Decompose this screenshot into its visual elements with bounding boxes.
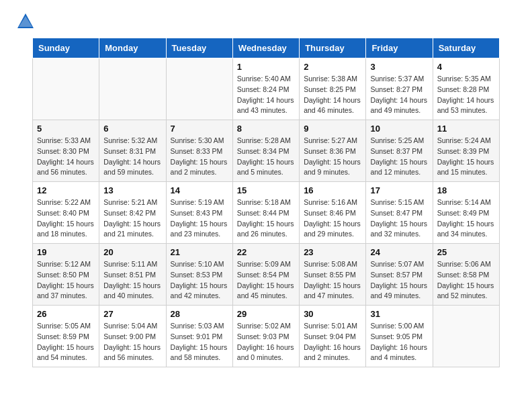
day-info: Sunrise: 5:40 AM Sunset: 8:24 PM Dayligh… <box>237 74 295 116</box>
day-number: 17 <box>370 185 428 195</box>
calendar-cell <box>99 58 166 120</box>
calendar-cell: 13Sunrise: 5:21 AM Sunset: 8:42 PM Dayli… <box>99 182 166 244</box>
col-header-saturday: Saturday <box>433 38 499 58</box>
day-number: 23 <box>304 247 361 257</box>
calendar-cell: 17Sunrise: 5:15 AM Sunset: 8:47 PM Dayli… <box>366 182 433 244</box>
day-info: Sunrise: 5:04 AM Sunset: 9:00 PM Dayligh… <box>103 321 161 363</box>
day-number: 5 <box>37 124 95 134</box>
day-number: 25 <box>437 247 495 257</box>
day-info: Sunrise: 5:11 AM Sunset: 8:51 PM Dayligh… <box>103 259 161 302</box>
day-info: Sunrise: 5:12 AM Sunset: 8:50 PM Dayligh… <box>37 259 95 302</box>
day-info: Sunrise: 5:02 AM Sunset: 9:03 PM Dayligh… <box>237 321 295 363</box>
day-number: 29 <box>237 309 295 319</box>
day-info: Sunrise: 5:00 AM Sunset: 9:05 PM Dayligh… <box>370 321 428 363</box>
day-number: 22 <box>237 247 295 257</box>
day-info: Sunrise: 5:03 AM Sunset: 9:01 PM Dayligh… <box>171 321 228 363</box>
day-info: Sunrise: 5:38 AM Sunset: 8:25 PM Dayligh… <box>304 74 361 116</box>
day-info: Sunrise: 5:18 AM Sunset: 8:44 PM Dayligh… <box>237 197 295 240</box>
calendar-cell: 31Sunrise: 5:00 AM Sunset: 9:05 PM Dayli… <box>366 306 433 367</box>
calendar-cell: 7Sunrise: 5:30 AM Sunset: 8:33 PM Daylig… <box>166 120 232 182</box>
day-info: Sunrise: 5:05 AM Sunset: 8:59 PM Dayligh… <box>37 321 95 363</box>
day-number: 14 <box>171 185 228 195</box>
day-number: 15 <box>237 185 295 195</box>
calendar-week-row: 12Sunrise: 5:22 AM Sunset: 8:40 PM Dayli… <box>33 182 500 244</box>
day-info: Sunrise: 5:21 AM Sunset: 8:42 PM Dayligh… <box>103 197 161 240</box>
day-number: 10 <box>370 124 428 134</box>
svg-marker-1 <box>19 16 32 27</box>
day-number: 16 <box>304 185 361 195</box>
day-info: Sunrise: 5:06 AM Sunset: 8:58 PM Dayligh… <box>437 259 495 302</box>
calendar-cell: 26Sunrise: 5:05 AM Sunset: 8:59 PM Dayli… <box>33 306 99 367</box>
calendar-cell: 20Sunrise: 5:11 AM Sunset: 8:51 PM Dayli… <box>99 244 166 306</box>
day-number: 7 <box>171 124 228 134</box>
calendar-cell: 29Sunrise: 5:02 AM Sunset: 9:03 PM Dayli… <box>232 306 299 367</box>
calendar-cell: 27Sunrise: 5:04 AM Sunset: 9:00 PM Dayli… <box>99 306 166 367</box>
calendar-cell: 16Sunrise: 5:16 AM Sunset: 8:46 PM Dayli… <box>300 182 366 244</box>
calendar-wrapper: SundayMondayTuesdayWednesdayThursdayFrid… <box>0 38 532 378</box>
day-number: 12 <box>37 185 95 195</box>
calendar-table: SundayMondayTuesdayWednesdayThursdayFrid… <box>32 38 500 367</box>
day-number: 11 <box>437 124 495 134</box>
col-header-friday: Friday <box>366 38 433 58</box>
col-header-monday: Monday <box>99 38 166 58</box>
day-info: Sunrise: 5:15 AM Sunset: 8:47 PM Dayligh… <box>370 197 428 240</box>
calendar-cell: 18Sunrise: 5:14 AM Sunset: 8:49 PM Dayli… <box>433 182 499 244</box>
calendar-cell: 5Sunrise: 5:33 AM Sunset: 8:30 PM Daylig… <box>33 120 99 182</box>
day-info: Sunrise: 5:28 AM Sunset: 8:34 PM Dayligh… <box>237 136 295 178</box>
calendar-cell: 10Sunrise: 5:25 AM Sunset: 8:37 PM Dayli… <box>366 120 433 182</box>
day-number: 3 <box>370 62 428 72</box>
calendar-cell: 11Sunrise: 5:24 AM Sunset: 8:39 PM Dayli… <box>433 120 499 182</box>
day-number: 9 <box>304 124 361 134</box>
calendar-cell: 15Sunrise: 5:18 AM Sunset: 8:44 PM Dayli… <box>232 182 299 244</box>
calendar-cell <box>33 58 99 120</box>
day-info: Sunrise: 5:09 AM Sunset: 8:54 PM Dayligh… <box>237 259 295 302</box>
day-number: 24 <box>370 247 428 257</box>
day-number: 21 <box>171 247 228 257</box>
day-info: Sunrise: 5:33 AM Sunset: 8:30 PM Dayligh… <box>37 136 95 178</box>
day-info: Sunrise: 5:07 AM Sunset: 8:57 PM Dayligh… <box>370 259 428 302</box>
day-info: Sunrise: 5:01 AM Sunset: 9:04 PM Dayligh… <box>304 321 361 363</box>
day-number: 13 <box>103 185 161 195</box>
calendar-cell: 1Sunrise: 5:40 AM Sunset: 8:24 PM Daylig… <box>232 58 299 120</box>
calendar-cell <box>166 58 232 120</box>
calendar-cell: 14Sunrise: 5:19 AM Sunset: 8:43 PM Dayli… <box>166 182 232 244</box>
calendar-cell: 9Sunrise: 5:27 AM Sunset: 8:36 PM Daylig… <box>300 120 366 182</box>
day-number: 31 <box>370 309 428 319</box>
calendar-cell: 6Sunrise: 5:32 AM Sunset: 8:31 PM Daylig… <box>99 120 166 182</box>
calendar-cell: 3Sunrise: 5:37 AM Sunset: 8:27 PM Daylig… <box>366 58 433 120</box>
day-number: 26 <box>37 309 95 319</box>
calendar-week-row: 5Sunrise: 5:33 AM Sunset: 8:30 PM Daylig… <box>33 120 500 182</box>
col-header-sunday: Sunday <box>33 38 99 58</box>
day-number: 6 <box>103 124 161 134</box>
day-info: Sunrise: 5:22 AM Sunset: 8:40 PM Dayligh… <box>37 197 95 240</box>
calendar-cell: 25Sunrise: 5:06 AM Sunset: 8:58 PM Dayli… <box>433 244 499 306</box>
calendar-week-row: 19Sunrise: 5:12 AM Sunset: 8:50 PM Dayli… <box>33 244 500 306</box>
calendar-cell: 12Sunrise: 5:22 AM Sunset: 8:40 PM Dayli… <box>33 182 99 244</box>
calendar-cell: 21Sunrise: 5:10 AM Sunset: 8:53 PM Dayli… <box>166 244 232 306</box>
day-info: Sunrise: 5:25 AM Sunset: 8:37 PM Dayligh… <box>370 136 428 178</box>
calendar-cell: 8Sunrise: 5:28 AM Sunset: 8:34 PM Daylig… <box>232 120 299 182</box>
day-info: Sunrise: 5:24 AM Sunset: 8:39 PM Dayligh… <box>437 136 495 178</box>
col-header-thursday: Thursday <box>300 38 366 58</box>
day-info: Sunrise: 5:08 AM Sunset: 8:55 PM Dayligh… <box>304 259 361 302</box>
calendar-week-row: 26Sunrise: 5:05 AM Sunset: 8:59 PM Dayli… <box>33 306 500 367</box>
day-info: Sunrise: 5:16 AM Sunset: 8:46 PM Dayligh… <box>304 197 361 240</box>
day-number: 8 <box>237 124 295 134</box>
day-info: Sunrise: 5:32 AM Sunset: 8:31 PM Dayligh… <box>103 136 161 178</box>
calendar-cell: 4Sunrise: 5:35 AM Sunset: 8:28 PM Daylig… <box>433 58 499 120</box>
day-number: 19 <box>37 247 95 257</box>
col-header-tuesday: Tuesday <box>166 38 232 58</box>
day-info: Sunrise: 5:27 AM Sunset: 8:36 PM Dayligh… <box>304 136 361 178</box>
calendar-cell: 19Sunrise: 5:12 AM Sunset: 8:50 PM Dayli… <box>33 244 99 306</box>
calendar-cell: 30Sunrise: 5:01 AM Sunset: 9:04 PM Dayli… <box>300 306 366 367</box>
day-number: 20 <box>103 247 161 257</box>
day-number: 2 <box>304 62 361 72</box>
day-info: Sunrise: 5:14 AM Sunset: 8:49 PM Dayligh… <box>437 197 495 240</box>
calendar-cell: 22Sunrise: 5:09 AM Sunset: 8:54 PM Dayli… <box>232 244 299 306</box>
day-number: 4 <box>437 62 495 72</box>
calendar-cell: 2Sunrise: 5:38 AM Sunset: 8:25 PM Daylig… <box>300 58 366 120</box>
day-number: 30 <box>304 309 361 319</box>
page-header <box>0 0 532 38</box>
day-number: 27 <box>103 309 161 319</box>
day-info: Sunrise: 5:19 AM Sunset: 8:43 PM Dayligh… <box>171 197 228 240</box>
